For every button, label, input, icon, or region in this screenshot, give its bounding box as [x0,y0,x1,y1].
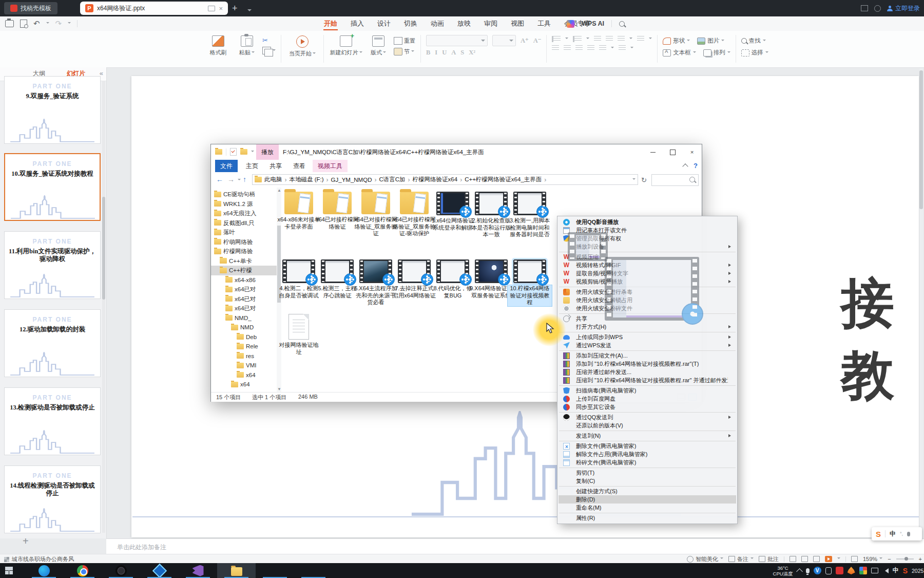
tree-item[interactable]: x64 [211,380,277,389]
tree-item[interactable]: x64已对 [211,285,277,294]
slide-sorter-view-icon[interactable] [801,556,808,562]
contextual-tab-play[interactable]: 播放 [256,144,279,160]
tab-document[interactable]: P x64网络验证.pptx × [80,2,228,15]
font-style-I[interactable]: I [435,49,437,57]
tray-clipboard-icon[interactable] [825,567,832,574]
tree-item[interactable]: CE驱动句柄 [211,190,277,199]
tree-item[interactable]: Rele [211,342,277,351]
explorer-menu-主页[interactable]: 主页 [241,160,263,172]
context-menu-item[interactable]: 还原以前的版本(V) [559,421,736,430]
align-center-icon[interactable] [564,45,571,51]
ribbon-tab-审阅[interactable]: 审阅 [477,16,504,31]
print-preview-icon[interactable] [20,20,27,28]
quick-newfolder-icon[interactable] [240,149,247,155]
maximize-button[interactable] [663,144,682,160]
zoom-level[interactable]: 159% [863,556,882,562]
text-direction-icon[interactable] [618,36,625,42]
zoom-out-button[interactable]: − [888,556,891,562]
context-menu-item[interactable]: 剪切(T) [559,469,736,477]
slideshow-button[interactable] [825,556,832,562]
ribbon-tab-插入[interactable]: 插入 [344,16,371,31]
reset-button[interactable]: 重置 [394,37,415,45]
slide-thumbnail-5[interactable]: PART ONE 13.检测驱动是否被卸载或停止 [4,387,101,455]
tree-item[interactable]: Deb [211,332,277,342]
tray-volume-icon[interactable] [882,568,889,573]
quick-properties-icon[interactable] [230,148,237,156]
explorer-titlebar[interactable]: 播放 F:\GJ_YM_NMQD\C语言C加\柠檬网络验证x64\C++柠檬网络… [211,144,702,160]
ribbon-tab-工具[interactable]: 工具 [531,16,557,31]
breadcrumb-item[interactable]: 此电脑 [262,176,285,183]
tree-item[interactable]: x64已对 [211,304,277,313]
file-item[interactable]: 6.X64主流程序加壳和壳的来源干货必看 [357,259,394,306]
tab-list-caret-icon[interactable] [247,6,252,15]
align-right-icon[interactable] [575,45,583,51]
tray-grid-icon[interactable] [859,567,867,574]
cut-button[interactable]: ✂ [262,37,276,44]
play-from-page-button[interactable]: 当页开始 [286,34,318,58]
copy-button[interactable] [262,47,276,54]
up-icon[interactable]: ↑ [243,175,246,183]
context-menu-item[interactable]: 压缩并通过邮件发送... [559,368,736,376]
context-menu-item[interactable]: 使用QQ影音播放 [559,218,736,226]
format-painter-button[interactable]: 格式刷 [205,34,232,57]
file-item[interactable]: x64已对接柠檬网络验证_双服务验证-驱动保护 [396,192,433,237]
tree-item[interactable]: x64-x86 [211,275,277,285]
slide-thumbnail-6[interactable]: PART ONE 14.线程检测驱动是否被卸载或停止 [4,465,101,533]
forward-icon[interactable]: → [227,175,235,183]
back-icon[interactable]: ← [216,175,223,183]
context-menu-item[interactable]: 删除(D) [559,495,736,504]
redo-caret-icon[interactable] [68,22,71,25]
undo-caret-icon[interactable] [46,22,49,25]
new-slide-button[interactable]: 新建幻灯片 [329,34,363,57]
address-dropdown-caret-icon[interactable] [632,178,636,181]
breadcrumb-item[interactable]: C++柠檬网络验证x64_主界面 [462,176,544,183]
notes-button[interactable]: 备注 [728,555,754,563]
explorer-menu-查看[interactable]: 查看 [288,160,311,172]
ribbon-tab-视图[interactable]: 视图 [504,16,531,31]
paste-button[interactable]: 粘贴 [234,34,260,57]
tree-item[interactable]: res [211,351,277,361]
context-menu-item[interactable]: 扫描病毒(腾讯电脑管家) [559,386,736,395]
slide-thumbnail-4[interactable]: PART ONE 12.驱动加载卸载的封装 [4,309,101,377]
context-menu-item[interactable]: 通过WPS发送 [559,341,736,349]
fit-slide-icon[interactable] [851,556,858,562]
file-item[interactable]: 1.x64位网络验证系统登录和解绑 [434,192,471,231]
login-button[interactable]: 立即登录 [887,4,920,13]
font-family-select[interactable] [426,35,488,46]
bullet-list-icon[interactable] [552,36,561,42]
layout-button[interactable]: 版式 [365,34,392,57]
close-tab-icon[interactable]: × [219,5,223,12]
zoom-slider[interactable] [896,558,914,560]
font-size-select[interactable] [492,35,516,46]
file-item[interactable]: 5.检测三，主程序心跳验证 [319,259,356,299]
line-spacing-icon[interactable] [637,36,644,42]
undo-icon[interactable]: ↶ [33,19,40,28]
tab-home-template[interactable]: 找稿壳模板 [4,2,57,14]
beautify-button[interactable]: 智能美化 [687,555,723,563]
ribbon-tab-切换[interactable]: 切换 [397,16,424,31]
tree-item[interactable]: x64已对 [211,294,277,304]
context-menu-item[interactable]: 复制(C) [559,477,736,485]
explorer-menu-文件[interactable]: 文件 [215,160,238,172]
sogou-punct-icon[interactable]: °, [900,531,903,536]
new-tab-button[interactable]: + [232,3,238,13]
decrease-font-icon[interactable]: A⁻ [533,36,542,45]
tray-clock[interactable]: 2025 [912,568,924,574]
taskbar-app-explorer[interactable] [217,563,256,578]
shapes-button[interactable]: 形状 [663,37,690,45]
tree-item[interactable]: WRK1.2 源 [211,199,277,209]
skin-settings-icon[interactable] [874,5,881,12]
close-button[interactable]: × [682,144,702,160]
justify-icon[interactable] [587,45,594,51]
context-menu-item[interactable]: 属性(R) [559,514,736,522]
context-menu-item[interactable]: 打开方式(H) [559,323,736,331]
file-item[interactable]: x64-x86未对接单卡登录界面 [280,192,317,230]
file-item[interactable]: 对接网络验证地址 [280,314,317,356]
breadcrumb-item[interactable]: GJ_YM_NMQD [329,177,375,183]
align-left-icon[interactable] [552,45,559,51]
breadcrumb-item[interactable]: 柠檬网络验证x64 [410,176,460,183]
tree-item[interactable]: x64无痕注入 [211,209,277,218]
file-item[interactable]: x64已对接柠檬网络验证 [319,192,356,230]
context-menu-item[interactable]: 删除文件(腾讯电脑管家) [559,442,736,450]
start-button[interactable] [5,567,13,574]
